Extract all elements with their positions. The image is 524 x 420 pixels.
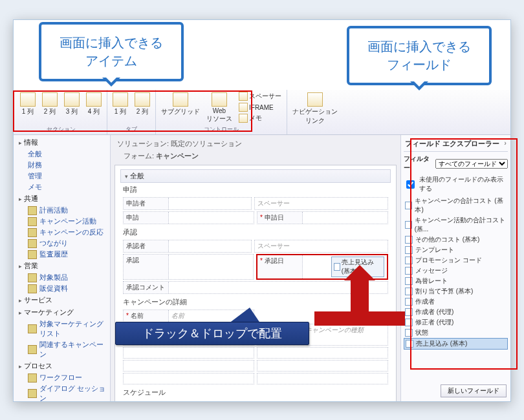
nav-item[interactable]: 計画活動 [14,205,110,216]
columns-icon [86,92,102,107]
form-cell-empty[interactable] [257,373,388,384]
field-item[interactable]: プロモーション コード [404,255,508,266]
ribbon-btn-2col[interactable]: 2 列 [39,91,60,118]
subsection-schedule: スケジュール [120,386,391,399]
nav-item[interactable]: 監査履歴 [14,249,110,260]
field-item[interactable]: テンプレート [404,245,508,255]
field-item[interactable]: 作成者 (代理) [404,307,508,317]
ribbon-group-tab: 1 列 2 列 タブ [107,90,156,134]
field-icon [405,246,413,254]
ribbon-btn-iframe[interactable]: IFRAME [236,102,284,112]
ribbon-btn-subgrid[interactable]: サブグリッド [158,91,202,118]
list-icon [28,324,37,333]
nav-item[interactable]: キャンペーンの反応 [14,227,110,238]
ribbon-btn-3col[interactable]: 3 列 [61,91,82,118]
columns-icon [64,92,80,107]
callout-insertable-items: 画面に挿入できる アイテム [39,22,184,81]
solution-line: ソリューション: 既定のソリューション [115,138,397,150]
response-icon [28,228,37,237]
nav-head-sales[interactable]: 営業 [14,260,110,272]
main-row: 情報 全般 財務 管理 メモ 共通 計画活動 キャンペーン活動 キャンペーンの反… [14,135,510,401]
field-icon [405,298,413,306]
note-icon [239,114,248,123]
field-item[interactable]: 割り当て予算 (基本) [404,286,508,297]
field-item[interactable]: キャンペーンの合計コスト (基本) [404,196,508,215]
nav-head-process[interactable]: プロセス [14,360,110,372]
nav-item[interactable]: 管理 [14,171,110,182]
filter-select[interactable]: すべてのフィールド [435,159,508,169]
nav-item[interactable]: 対象製品 [14,272,110,283]
form-cell[interactable]: 申請 [123,211,254,224]
form-cell[interactable]: 申請日 [257,211,388,224]
field-item[interactable]: 状態 [404,328,508,338]
ribbon-group-control: サブグリッド Web リソース スペーサー IFRAME メモ コントロール [156,90,287,134]
nav-item[interactable]: 販促資料 [14,283,110,294]
nav-item[interactable]: 財務 [14,160,110,171]
nav-item[interactable]: 関連するキャンペーン [14,339,110,360]
field-item[interactable]: メッセージ [404,266,508,276]
left-nav: 情報 全般 財務 管理 メモ 共通 計画活動 キャンペーン活動 キャンペーンの反… [14,135,111,401]
form-cell[interactable]: 申請者 [123,197,252,210]
nav-head-info[interactable]: 情報 [14,136,110,149]
nav-item[interactable]: ダイアログ セッション [14,383,110,401]
nav-head-common[interactable]: 共通 [14,193,110,205]
subsection-shinsei: 申請 [120,183,391,196]
nav-item[interactable]: 全般 [14,149,110,160]
section-general[interactable]: 全般 [120,169,391,183]
nav-item[interactable]: キャンペーン活動 [14,216,110,227]
nav-head-marketing[interactable]: マーケティング [14,306,110,319]
form-cell-empty[interactable] [123,347,254,359]
callout-line1: 画面に挿入できる [367,37,471,56]
campaign-icon [28,345,37,354]
field-item[interactable]: その他のコスト (基本) [404,235,508,245]
nav-item[interactable]: つながり [14,238,110,249]
nav-item[interactable]: ワークフロー [14,372,110,383]
form-cell[interactable]: 承認者 [123,240,252,253]
field-item[interactable]: 為替レート [404,276,508,286]
field-icon [405,221,412,229]
unused-only-checkbox[interactable] [406,180,415,189]
field-list: キャンペーンの合計コスト (基本) キャンペーン活動の合計コスト (基... そ… [404,196,508,350]
form-cell-empty[interactable] [257,347,388,359]
ribbon: 1 列 2 列 3 列 4 列 セクション 1 列 2 列 タブ サブグリッド … [14,90,510,135]
field-item[interactable]: 修正者 (代理) [404,317,508,328]
form-cell-empty[interactable] [123,360,254,372]
ribbon-btn-spacer[interactable]: スペーサー [236,91,284,101]
ribbon-btn-navlink[interactable]: ナビゲーション リンク [290,91,340,127]
tab-icon [135,92,150,107]
field-explorer: フィールド エクスプローラー› フィルター すべてのフィールド 未使用のフィール… [400,135,510,401]
web-icon [212,92,227,107]
form-cell[interactable]: 承認 [123,254,254,280]
field-icon [406,340,413,348]
dialog-icon [28,389,37,398]
field-item[interactable]: キャンペーン活動の合計コスト (基... [404,215,508,235]
unused-only-row[interactable]: 未使用のフィールドのみ表示する [404,175,508,196]
ribbon-btn-webresource[interactable]: Web リソース [204,91,235,125]
spacer-icon [239,92,248,101]
form-cell-empty[interactable] [123,373,254,384]
nav-item[interactable]: メモ [14,182,110,193]
connection-icon [28,239,37,248]
field-icon [405,308,413,316]
workflow-icon [28,373,37,383]
field-item[interactable]: 作成者 [404,297,508,307]
field-icon [405,267,413,275]
nav-item[interactable]: 対象マーケティング リスト [14,319,110,339]
callout-line2: アイテム [60,52,163,70]
ribbon-btn-4col[interactable]: 4 列 [83,91,104,118]
grid-icon [173,92,188,107]
dd-callout: ドラック＆ドロップで配置 [115,322,309,345]
ribbon-group-label: コントロール [158,125,284,134]
ribbon-btn-tab2[interactable]: 2 列 [132,91,153,118]
new-field-button[interactable]: 新しいフィールド [441,384,507,397]
ribbon-btn-memo[interactable]: メモ [236,113,284,123]
ribbon-group-section: 1 列 2 列 3 列 4 列 セクション [15,90,107,134]
filter-label: フィルター [404,154,433,173]
form-cell-empty[interactable] [257,360,388,372]
form-spacer[interactable]: スペーサー [254,197,388,210]
callout-line1: 画面に挿入できる [60,34,163,52]
field-icon [405,236,413,244]
nav-head-service[interactable]: サービス [14,294,110,306]
ribbon-btn-1col[interactable]: 1 列 [17,91,38,118]
field-item-selected[interactable]: 売上見込み (基本) [404,338,508,350]
